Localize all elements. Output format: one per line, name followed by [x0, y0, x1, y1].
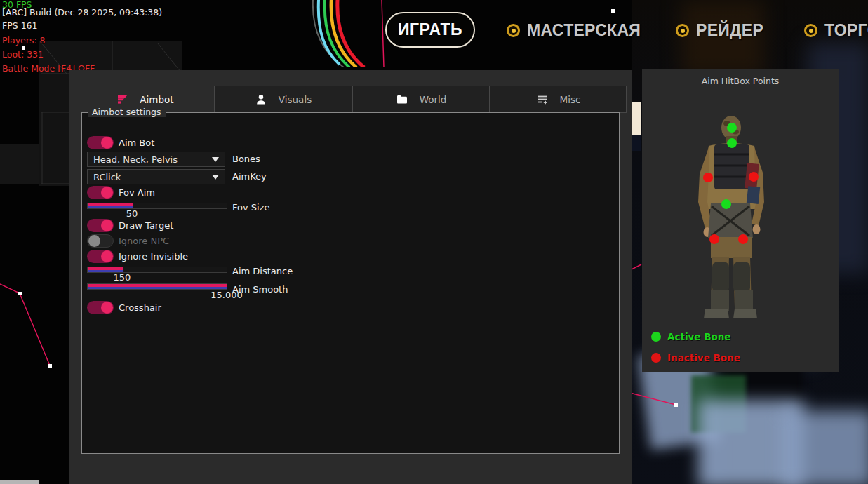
active-bone-label: Active Bone	[667, 331, 731, 342]
folder-icon	[396, 93, 408, 106]
crosshair-label: Crosshair	[119, 302, 161, 313]
coin-icon	[676, 24, 689, 37]
chevron-down-icon	[212, 157, 219, 162]
aim-smooth-value: 15.000	[206, 290, 248, 300]
draw-target-toggle[interactable]	[87, 219, 114, 232]
aimbot-settings-group: Aimbot settings Aim Bot Head, Neck, Pelv…	[81, 112, 620, 454]
game-top-nav: ИГРАТЬ МАСТЕРСКАЯ РЕЙДЕР ТОРГО	[0, 0, 868, 63]
fov-size-slider[interactable]	[87, 203, 227, 209]
hitbox-point-pelvis	[721, 199, 731, 209]
fov-size-value: 50	[111, 208, 153, 219]
coin-icon	[804, 24, 817, 37]
chevron-down-icon	[212, 175, 219, 180]
nav-item-raider[interactable]: РЕЙДЕР	[676, 21, 763, 39]
aim-distance-value: 150	[101, 272, 143, 283]
aim-bot-label: Aim Bot	[119, 137, 154, 148]
tab-visuals[interactable]: Visuals	[214, 86, 352, 113]
aimkey-selected-value: RClick	[93, 172, 212, 182]
horizontal-scrollbar[interactable]	[0, 480, 39, 484]
draw-target-label: Draw Target	[119, 220, 173, 231]
player-model	[642, 69, 839, 372]
aim-smooth-slider[interactable]	[87, 283, 227, 290]
active-bone-dot-icon	[651, 332, 661, 342]
legend-inactive-bone: Inactive Bone	[651, 352, 740, 363]
ignore-invisible-label: Ignore Invisible	[119, 251, 188, 262]
group-title: Aimbot settings	[88, 107, 166, 117]
nav-item-label: РЕЙДЕР	[696, 21, 763, 40]
tab-misc[interactable]: Misc	[490, 86, 627, 113]
aimkey-label: AimKey	[232, 171, 267, 182]
bright-pillar	[632, 102, 641, 136]
tab-label: Aimbot	[140, 94, 173, 105]
play-button[interactable]: ИГРАТЬ	[385, 12, 475, 48]
nav-item-label: МАСТЕРСКАЯ	[527, 21, 641, 40]
nav-item-label: ТОРГО	[824, 21, 868, 40]
flag-icon	[116, 93, 128, 106]
hitbox-point-neck	[727, 138, 737, 148]
hitbox-point-left-knee	[709, 234, 719, 244]
crosshair-toggle[interactable]	[87, 301, 114, 314]
tab-label: Misc	[560, 94, 581, 105]
hitbox-point-left-elbow	[703, 173, 713, 182]
bones-selected-value: Head, Neck, Pelvis	[93, 154, 212, 165]
playlist-add-icon	[536, 93, 549, 106]
hitbox-point-right-knee	[738, 234, 748, 244]
ignore-npc-toggle[interactable]	[87, 234, 114, 248]
nav-item-trade[interactable]: ТОРГО	[804, 21, 868, 39]
tab-label: Visuals	[279, 94, 312, 105]
fov-aim-label: Fov Aim	[119, 187, 155, 198]
bones-label: Bones	[232, 154, 260, 164]
nav-item-workshop[interactable]: МАСТЕРСКАЯ	[507, 21, 641, 39]
coin-icon	[507, 24, 520, 37]
tab-world[interactable]: World	[352, 86, 490, 113]
aim-distance-label: Aim Distance	[232, 266, 293, 276]
fov-size-label: Fov Size	[232, 202, 269, 213]
hitbox-point-head	[727, 123, 737, 133]
bones-select[interactable]: Head, Neck, Pelvis	[87, 152, 225, 167]
person-icon	[255, 93, 267, 106]
hitbox-point-right-elbow	[749, 172, 759, 182]
ignore-npc-label: Ignore NPC	[119, 236, 169, 246]
inactive-bone-dot-icon	[651, 353, 661, 363]
hitbox-panel: Aim HitBox Points	[642, 69, 839, 372]
tab-label: World	[420, 94, 447, 105]
aim-bot-toggle[interactable]	[87, 136, 114, 149]
inactive-bone-label: Inactive Bone	[667, 352, 740, 363]
ignore-invisible-toggle[interactable]	[87, 250, 114, 263]
aimkey-select[interactable]: RClick	[87, 169, 225, 184]
cheat-menu-window: Aimbot Visuals World	[69, 70, 632, 484]
legend-active-bone: Active Bone	[651, 331, 731, 342]
game-screen: 30 FPS [ARC] Build (Dec 28 2025, 09:43:3…	[0, 0, 868, 484]
fov-aim-toggle[interactable]	[87, 186, 114, 199]
